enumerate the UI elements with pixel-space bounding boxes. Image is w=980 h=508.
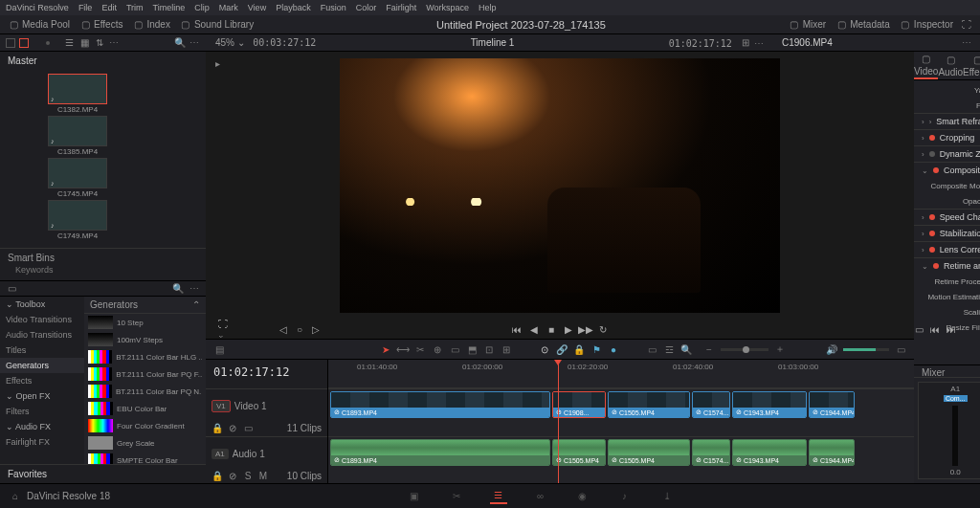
insert-icon[interactable]: ⊕ (432, 343, 443, 355)
video-clip[interactable]: C1943.MP4 (732, 391, 807, 418)
generator-item[interactable]: Four Color Gradient (84, 417, 206, 434)
zoom-out-icon[interactable]: − (703, 343, 715, 355)
play-icon[interactable]: ▶ (563, 323, 574, 335)
media-pool-button[interactable]: ▢Media Pool (8, 19, 70, 31)
page-media[interactable]: ▣ (406, 489, 423, 504)
collapse-icon[interactable]: ⌃ (192, 299, 200, 310)
panel-icon[interactable]: ▭ (6, 283, 17, 295)
page-cut[interactable]: ✂ (448, 489, 465, 504)
inspector-button[interactable]: ▢Inspector (900, 19, 953, 31)
more-icon[interactable]: ⋯ (109, 37, 120, 48)
menu-color[interactable]: Color (356, 3, 377, 12)
zoom-in-icon[interactable]: ＋ (774, 343, 786, 355)
inspector-section[interactable]: ››Smart Reframe (914, 113, 980, 129)
search-icon[interactable]: 🔍 (174, 37, 186, 49)
keywords-bin[interactable]: Keywords (8, 263, 198, 276)
dot-icon[interactable]: ○ (294, 323, 305, 335)
menu-view[interactable]: View (248, 3, 266, 12)
home-icon[interactable]: ⌂ (10, 491, 21, 502)
more-icon[interactable]: ⋯ (754, 37, 765, 48)
media-thumb[interactable]: C1382.MP4 (48, 74, 107, 114)
fit-icon[interactable]: ⊡ (483, 343, 495, 355)
view-mode-icon[interactable] (6, 38, 15, 48)
menu-timeline[interactable]: Timeline (153, 3, 186, 12)
audio-clip[interactable]: C1505.MP4 (552, 439, 606, 466)
metadata-button[interactable]: ▢Metadata (835, 19, 890, 31)
index-button[interactable]: ▢Index (132, 19, 169, 31)
in-icon[interactable]: ◁ (278, 323, 289, 335)
effects-category[interactable]: ⌄ Toolbox (0, 297, 84, 312)
volume-icon[interactable]: 🔊 (826, 343, 837, 355)
effects-category[interactable]: ⌄ Open FX (0, 388, 84, 404)
more-icon[interactable]: ⋯ (189, 283, 200, 294)
lock-icon[interactable]: 🔒 (212, 422, 223, 433)
effects-category[interactable]: Generators (0, 358, 84, 373)
solo-icon[interactable]: S (242, 470, 254, 481)
master-bin[interactable]: Master (0, 52, 206, 70)
menu-help[interactable]: Help (479, 3, 497, 12)
video-clip[interactable]: C1893.MP4 (330, 391, 550, 418)
timeline-view-icon[interactable]: ▤ (213, 343, 225, 355)
more-icon[interactable]: ⋯ (189, 37, 200, 48)
timeline-name[interactable]: Timeline 1 (471, 37, 515, 48)
first-frame-icon[interactable]: ⏮ (511, 323, 523, 335)
menu-file[interactable]: File (78, 3, 93, 12)
mute-icon[interactable]: M (257, 470, 269, 481)
effects-category[interactable]: Video Transitions (0, 312, 84, 327)
marker-icon[interactable]: ● (608, 343, 619, 355)
audio-clip[interactable]: C1505.MP4 (608, 439, 690, 466)
selection-tool-icon[interactable]: ➤ (380, 343, 391, 355)
expand-icon[interactable]: ⛶ (961, 19, 972, 31)
audio-clip[interactable]: C1893.MP4 (330, 439, 550, 466)
menu-trim[interactable]: Trim (126, 3, 144, 12)
out-icon[interactable]: ▷ (310, 323, 322, 335)
track-badge-a1[interactable]: A1 (212, 449, 229, 459)
search-icon[interactable]: 🔍 (172, 283, 184, 295)
zoom-level[interactable]: 45% (215, 37, 234, 48)
append-icon[interactable]: ⊞ (501, 343, 512, 355)
playhead[interactable] (558, 360, 559, 483)
audio-clip[interactable]: C1944.MP4 (809, 439, 855, 466)
zoom-slider[interactable] (721, 348, 768, 351)
overwrite-icon[interactable]: ▭ (449, 343, 460, 355)
generator-item[interactable]: 10 Step (84, 314, 206, 331)
next-frame-icon[interactable]: ▶▶ (580, 323, 591, 335)
disable-icon[interactable]: ⊘ (227, 422, 238, 433)
inspector-section[interactable]: ⌄Composite◆ ↺ (914, 162, 980, 178)
mixer-channel[interactable]: A1Com...0.0 (918, 382, 980, 479)
effects-category[interactable]: Effects (0, 373, 84, 388)
menu-clip[interactable]: Clip (194, 3, 210, 12)
page-deliver[interactable]: ⤓ (658, 489, 676, 504)
volume-slider[interactable] (843, 348, 889, 351)
sound-library-button[interactable]: ▢Sound Library (180, 19, 254, 31)
eye-icon[interactable]: ▭ (242, 422, 254, 433)
track-badge-v1[interactable]: V1 (212, 400, 231, 412)
list-view-icon[interactable]: ☰ (63, 37, 75, 49)
stop-icon[interactable]: ■ (546, 323, 557, 335)
generator-item[interactable]: BT.2111 Color Bar HLG ... (84, 348, 206, 365)
snap-icon[interactable]: ⊙ (539, 343, 550, 355)
inspector-tab-video[interactable]: ▢Video (914, 52, 938, 79)
page-fusion[interactable]: ∞ (532, 489, 549, 504)
media-thumb[interactable]: C1745.MP4 (48, 158, 107, 198)
search-icon[interactable]: 🔍 (680, 343, 692, 355)
page-color[interactable]: ◉ (574, 489, 591, 504)
page-edit[interactable]: ☰ (490, 489, 507, 504)
effects-category[interactable]: Audio Transitions (0, 327, 84, 342)
view-mode-icon[interactable] (19, 38, 29, 48)
disable-icon[interactable]: ⊘ (227, 470, 238, 481)
audio-clip[interactable]: C1574... (692, 439, 730, 466)
generator-item[interactable]: BT.2111 Color Bar PQ N... (84, 383, 206, 400)
effects-category[interactable]: Titles (0, 342, 84, 358)
replace-icon[interactable]: ⬒ (466, 343, 478, 355)
inspector-section[interactable]: ›Lens Correction◆ ↺ (914, 241, 980, 257)
playhead-timecode[interactable]: 01:02:17:12 (206, 360, 327, 388)
effects-category[interactable]: ⌄ Audio FX (0, 419, 84, 434)
menu-mark[interactable]: Mark (219, 3, 238, 12)
more-icon[interactable]: ⋯ (962, 37, 972, 48)
menu-davinci-resolve[interactable]: DaVinci Resolve (6, 3, 69, 12)
menu-fairlight[interactable]: Fairlight (386, 3, 416, 12)
media-thumb[interactable]: C1385.MP4 (48, 116, 107, 156)
lock-icon[interactable]: 🔒 (212, 470, 223, 481)
crop-icon[interactable]: ⛶ ⌄ (218, 323, 230, 335)
